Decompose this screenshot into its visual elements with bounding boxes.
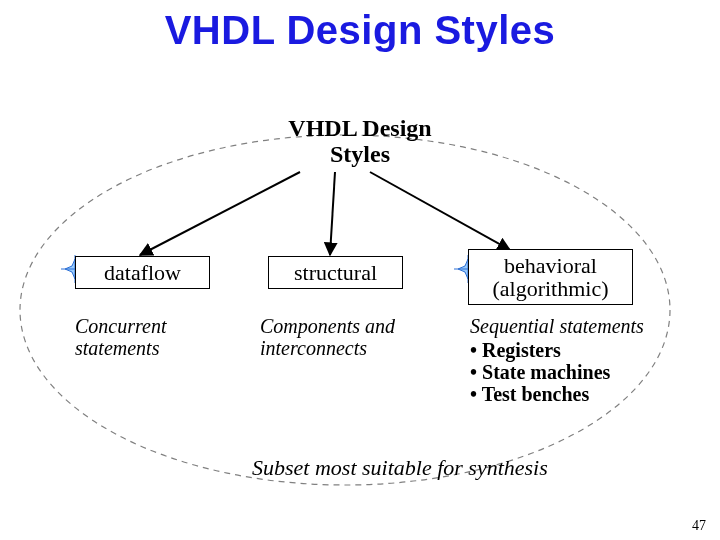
- subset-caption: Subset most suitable for synthesis: [252, 455, 548, 481]
- node-dataflow-label: dataflow: [104, 260, 181, 285]
- desc-behavioral-head: Sequential statements: [470, 315, 644, 337]
- desc-dataflow-l1: Concurrent: [75, 315, 166, 337]
- desc-dataflow: Concurrent statements: [75, 315, 245, 359]
- bullet-registers: • Registers: [470, 339, 700, 361]
- bullet-state-machines: • State machines: [470, 361, 700, 383]
- node-structural: structural: [268, 256, 403, 289]
- node-behavioral: behavioral (algorithmic): [468, 249, 633, 305]
- root-label-line2: Styles: [330, 141, 390, 167]
- desc-structural: Components and interconnects: [260, 315, 450, 359]
- node-behavioral-label-l2: (algorithmic): [475, 277, 626, 300]
- page-number: 47: [692, 518, 706, 534]
- desc-structural-l2: interconnects: [260, 337, 367, 359]
- root-label-line1: VHDL Design: [288, 115, 431, 141]
- node-structural-label: structural: [294, 260, 377, 285]
- root-node-label: VHDL Design Styles: [0, 115, 720, 168]
- svg-line-2: [330, 172, 335, 255]
- svg-point-0: [20, 135, 670, 485]
- behavioral-bullets: • Registers • State machines • Test benc…: [470, 339, 700, 405]
- svg-line-1: [140, 172, 300, 255]
- desc-behavioral: Sequential statements • Registers • Stat…: [470, 315, 700, 405]
- svg-line-3: [370, 172, 510, 250]
- node-dataflow: dataflow: [75, 256, 210, 289]
- bullet-test-benches: • Test benches: [470, 383, 700, 405]
- desc-structural-l1: Components and: [260, 315, 395, 337]
- slide-title: VHDL Design Styles: [0, 8, 720, 53]
- node-behavioral-label-l1: behavioral: [475, 254, 626, 277]
- desc-dataflow-l2: statements: [75, 337, 159, 359]
